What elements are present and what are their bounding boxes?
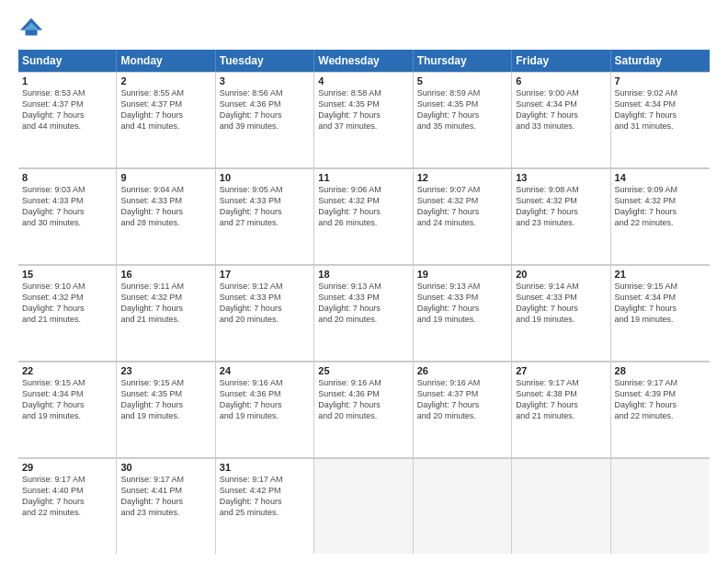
day-info: Sunrise: 9:17 AM Sunset: 4:41 PM Dayligh… [120, 474, 210, 519]
day-info: Sunrise: 9:15 AM Sunset: 4:35 PM Dayligh… [120, 377, 210, 422]
day-info: Sunrise: 9:03 AM Sunset: 4:33 PM Dayligh… [22, 184, 112, 229]
day-number: 9 [120, 172, 210, 183]
week-row-5: 29Sunrise: 9:17 AM Sunset: 4:40 PM Dayli… [18, 458, 710, 554]
week-row-2: 8Sunrise: 9:03 AM Sunset: 4:33 PM Daylig… [18, 168, 710, 265]
day-number: 11 [318, 172, 408, 183]
week-row-3: 15Sunrise: 9:10 AM Sunset: 4:32 PM Dayli… [18, 265, 710, 362]
day-info: Sunrise: 9:02 AM Sunset: 4:34 PM Dayligh… [615, 87, 706, 132]
day-number: 20 [516, 269, 606, 280]
day-cell-19: 19Sunrise: 9:13 AM Sunset: 4:33 PM Dayli… [414, 265, 512, 361]
day-number: 29 [22, 462, 112, 473]
day-number: 14 [615, 172, 706, 183]
day-number: 3 [220, 75, 310, 86]
header [18, 15, 710, 40]
day-info: Sunrise: 9:10 AM Sunset: 4:32 PM Dayligh… [22, 281, 112, 326]
day-info: Sunrise: 9:17 AM Sunset: 4:38 PM Dayligh… [516, 377, 606, 422]
calendar-body: 1Sunrise: 8:53 AM Sunset: 4:37 PM Daylig… [18, 72, 710, 554]
day-cell-11: 11Sunrise: 9:06 AM Sunset: 4:32 PM Dayli… [314, 168, 413, 264]
day-number: 30 [120, 462, 210, 473]
svg-rect-2 [25, 30, 37, 36]
day-cell-8: 8Sunrise: 9:03 AM Sunset: 4:33 PM Daylig… [18, 168, 117, 264]
day-cell-15: 15Sunrise: 9:10 AM Sunset: 4:32 PM Dayli… [18, 265, 117, 361]
day-info: Sunrise: 9:08 AM Sunset: 4:32 PM Dayligh… [516, 184, 606, 229]
day-number: 28 [615, 365, 706, 376]
day-cell-1: 1Sunrise: 8:53 AM Sunset: 4:37 PM Daylig… [18, 72, 117, 167]
day-cell-29: 29Sunrise: 9:17 AM Sunset: 4:40 PM Dayli… [18, 458, 117, 554]
header-cell-tuesday: Tuesday [216, 50, 314, 72]
day-number: 23 [120, 365, 210, 376]
day-info: Sunrise: 9:13 AM Sunset: 4:33 PM Dayligh… [417, 281, 507, 326]
day-cell-6: 6Sunrise: 9:00 AM Sunset: 4:34 PM Daylig… [512, 72, 610, 167]
day-cell-5: 5Sunrise: 8:59 AM Sunset: 4:35 PM Daylig… [414, 72, 512, 167]
day-info: Sunrise: 9:06 AM Sunset: 4:32 PM Dayligh… [318, 184, 408, 229]
day-number: 5 [417, 75, 507, 86]
day-number: 16 [120, 269, 210, 280]
day-info: Sunrise: 8:58 AM Sunset: 4:35 PM Dayligh… [318, 87, 408, 132]
header-cell-saturday: Saturday [611, 50, 710, 72]
day-number: 22 [22, 365, 112, 376]
day-number: 8 [22, 172, 112, 183]
day-info: Sunrise: 9:07 AM Sunset: 4:32 PM Dayligh… [417, 184, 507, 229]
day-cell-23: 23Sunrise: 9:15 AM Sunset: 4:35 PM Dayli… [117, 362, 215, 457]
day-cell-24: 24Sunrise: 9:16 AM Sunset: 4:36 PM Dayli… [216, 362, 314, 457]
empty-cell [512, 458, 610, 554]
day-number: 27 [516, 365, 606, 376]
day-number: 12 [417, 172, 507, 183]
day-cell-16: 16Sunrise: 9:11 AM Sunset: 4:32 PM Dayli… [117, 265, 215, 361]
day-info: Sunrise: 9:16 AM Sunset: 4:36 PM Dayligh… [318, 377, 408, 422]
day-number: 7 [615, 75, 706, 86]
day-info: Sunrise: 8:53 AM Sunset: 4:37 PM Dayligh… [22, 87, 112, 132]
day-number: 10 [220, 172, 310, 183]
day-cell-2: 2Sunrise: 8:55 AM Sunset: 4:37 PM Daylig… [117, 72, 215, 167]
day-number: 25 [318, 365, 408, 376]
day-number: 6 [516, 75, 606, 86]
day-cell-31: 31Sunrise: 9:17 AM Sunset: 4:42 PM Dayli… [216, 458, 314, 554]
day-cell-20: 20Sunrise: 9:14 AM Sunset: 4:33 PM Dayli… [512, 265, 610, 361]
day-number: 26 [417, 365, 507, 376]
empty-cell [314, 458, 413, 554]
day-number: 31 [220, 462, 310, 473]
day-info: Sunrise: 9:05 AM Sunset: 4:33 PM Dayligh… [220, 184, 310, 229]
empty-cell [611, 458, 710, 554]
day-info: Sunrise: 9:11 AM Sunset: 4:32 PM Dayligh… [120, 281, 210, 326]
day-cell-14: 14Sunrise: 9:09 AM Sunset: 4:32 PM Dayli… [611, 168, 710, 264]
day-info: Sunrise: 8:55 AM Sunset: 4:37 PM Dayligh… [120, 87, 210, 132]
day-number: 4 [318, 75, 408, 86]
page: SundayMondayTuesdayWednesdayThursdayFrid… [0, 0, 728, 563]
calendar: SundayMondayTuesdayWednesdayThursdayFrid… [18, 50, 710, 554]
day-number: 2 [120, 75, 210, 86]
day-info: Sunrise: 9:12 AM Sunset: 4:33 PM Dayligh… [220, 281, 310, 326]
empty-cell [414, 458, 512, 554]
day-number: 18 [318, 269, 408, 280]
day-number: 1 [22, 75, 112, 86]
day-cell-17: 17Sunrise: 9:12 AM Sunset: 4:33 PM Dayli… [216, 265, 314, 361]
header-cell-wednesday: Wednesday [314, 50, 413, 72]
day-cell-26: 26Sunrise: 9:16 AM Sunset: 4:37 PM Dayli… [414, 362, 512, 457]
day-cell-25: 25Sunrise: 9:16 AM Sunset: 4:36 PM Dayli… [314, 362, 413, 457]
day-cell-28: 28Sunrise: 9:17 AM Sunset: 4:39 PM Dayli… [611, 362, 710, 457]
day-cell-22: 22Sunrise: 9:15 AM Sunset: 4:34 PM Dayli… [18, 362, 117, 457]
day-number: 21 [615, 269, 706, 280]
day-cell-13: 13Sunrise: 9:08 AM Sunset: 4:32 PM Dayli… [512, 168, 610, 264]
day-info: Sunrise: 9:04 AM Sunset: 4:33 PM Dayligh… [120, 184, 210, 229]
day-info: Sunrise: 9:16 AM Sunset: 4:37 PM Dayligh… [417, 377, 507, 422]
calendar-header: SundayMondayTuesdayWednesdayThursdayFrid… [18, 50, 710, 72]
day-cell-9: 9Sunrise: 9:04 AM Sunset: 4:33 PM Daylig… [117, 168, 215, 264]
day-cell-21: 21Sunrise: 9:15 AM Sunset: 4:34 PM Dayli… [611, 265, 710, 361]
day-info: Sunrise: 9:14 AM Sunset: 4:33 PM Dayligh… [516, 281, 606, 326]
day-info: Sunrise: 9:17 AM Sunset: 4:39 PM Dayligh… [615, 377, 706, 422]
day-info: Sunrise: 9:13 AM Sunset: 4:33 PM Dayligh… [318, 281, 408, 326]
day-info: Sunrise: 9:17 AM Sunset: 4:42 PM Dayligh… [220, 474, 310, 519]
day-cell-18: 18Sunrise: 9:13 AM Sunset: 4:33 PM Dayli… [314, 265, 413, 361]
week-row-4: 22Sunrise: 9:15 AM Sunset: 4:34 PM Dayli… [18, 362, 710, 458]
day-info: Sunrise: 9:16 AM Sunset: 4:36 PM Dayligh… [220, 377, 310, 422]
day-cell-10: 10Sunrise: 9:05 AM Sunset: 4:33 PM Dayli… [216, 168, 314, 264]
day-info: Sunrise: 9:15 AM Sunset: 4:34 PM Dayligh… [615, 281, 706, 326]
logo [18, 15, 48, 40]
day-number: 17 [220, 269, 310, 280]
logo-icon [18, 15, 44, 40]
day-number: 15 [22, 269, 112, 280]
day-cell-4: 4Sunrise: 8:58 AM Sunset: 4:35 PM Daylig… [314, 72, 413, 167]
day-cell-3: 3Sunrise: 8:56 AM Sunset: 4:36 PM Daylig… [216, 72, 314, 167]
day-number: 19 [417, 269, 507, 280]
